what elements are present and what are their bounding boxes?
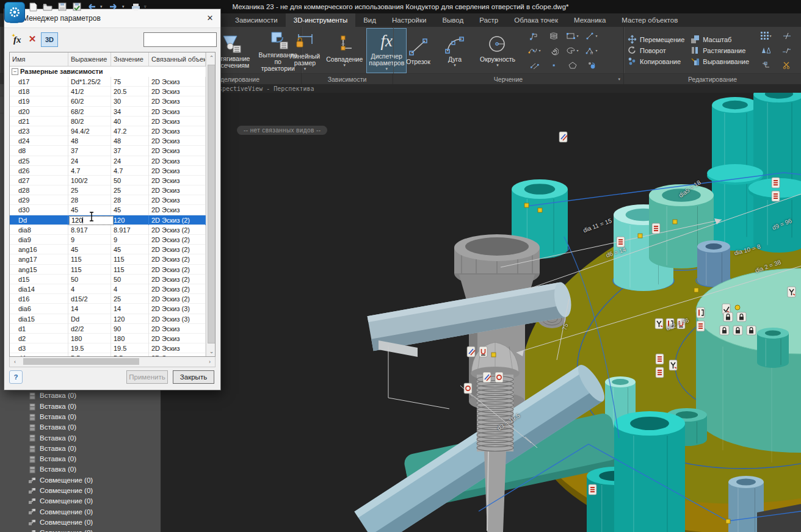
spline-icon[interactable]: ▾ <box>528 46 540 56</box>
constraint-badge-ring[interactable] <box>464 383 472 394</box>
tab-5[interactable]: Зависимости <box>227 13 286 27</box>
tree-item-вставка-0-[interactable]: Вставка (0) <box>0 390 161 401</box>
vertical-scroll-thumb[interactable] <box>208 65 216 343</box>
param-row-d25[interactable]: d2524242D Эскиз <box>10 156 206 166</box>
constraint-badge-y[interactable] <box>669 360 677 370</box>
param-row-d17[interactable]: d17Dd*1.25/2752D Эскиз <box>10 77 206 87</box>
viewport-3d[interactable]: ✕ ✕ FitPerspectiveView - Перспектива -- … <box>161 84 801 532</box>
drawing-group-menu-icon[interactable]: ▾ <box>618 77 620 82</box>
linear-dim-button[interactable]: Линейный размер ▾ <box>288 28 322 73</box>
tab-6[interactable]: 3D-инструменты <box>286 13 355 27</box>
redo-dropdown-icon[interactable]: ▾ <box>122 4 127 9</box>
ellipse-arc-icon[interactable]: ▾ <box>566 46 578 56</box>
align-button[interactable]: Выравнивание <box>690 57 749 66</box>
parameter-search-input[interactable] <box>143 32 217 47</box>
tree-item-совмещение-0-[interactable]: Совмещение (0) <box>0 506 161 517</box>
tree-item-совмещение-0-[interactable]: Совмещение (0) <box>0 485 161 495</box>
constraint-badge-ring[interactable] <box>495 372 503 383</box>
redo-icon[interactable] <box>107 1 120 12</box>
tree-item-совмещение-0-[interactable]: Совмещение (0) <box>0 475 161 485</box>
open-folder-icon[interactable] <box>42 1 54 12</box>
break-line-icon[interactable] <box>782 46 791 55</box>
collapse-group-icon[interactable]: − <box>12 68 18 75</box>
param-row-d27[interactable]: d27100/2502D Эскиз <box>10 176 206 185</box>
param-row-d21[interactable]: d2180/2402D Эскиз <box>10 117 206 126</box>
divide-points-icon[interactable] <box>587 60 596 70</box>
grip-handle[interactable] <box>524 203 529 207</box>
param-row-d8[interactable]: d837372D Эскиз <box>10 146 206 156</box>
scroll-right-icon[interactable]: › <box>205 357 215 366</box>
mirror-icon[interactable] <box>761 46 770 55</box>
param-row-ang17[interactable]: ang171151152D Эскиз (2) <box>10 254 206 264</box>
constraint-badge-lock[interactable] <box>723 312 733 322</box>
stretch-button[interactable]: Растягивание <box>690 46 745 55</box>
tab-8[interactable]: Настройки <box>384 13 434 27</box>
point-icon[interactable] <box>549 60 559 70</box>
tree-item-вставка-0-[interactable]: Вставка (0) <box>0 443 161 453</box>
param-row-ang16[interactable]: ang1645452D Эскиз (2) <box>10 245 206 254</box>
column-header-3[interactable]: Связанный объект <box>149 52 206 66</box>
param-row-d26[interactable]: d264.74.72D Эскиз <box>10 166 206 176</box>
erase-scissors-icon[interactable] <box>782 60 791 70</box>
tree-item-совмещение-0-[interactable]: Совмещение (0) <box>0 496 161 506</box>
param-row-d20[interactable]: d2068/2342D Эскиз <box>10 107 206 117</box>
constraint-badge-par[interactable] <box>559 132 567 142</box>
dialog-close-icon[interactable]: ✕ <box>205 13 216 24</box>
tree-item-вставка-0-[interactable]: Вставка (0) <box>0 411 161 422</box>
param-row-dia15[interactable]: dia15Dd1202D Эскиз (3) <box>10 314 206 324</box>
undo-dropdown-icon[interactable]: ▾ <box>100 4 105 9</box>
param-row-d28[interactable]: d2825252D Эскиз <box>10 185 206 195</box>
column-header-2[interactable]: Значение <box>111 52 149 66</box>
param-row-d3[interactable]: d319.519.52D Эскиз <box>10 343 206 353</box>
constraint-badge-eq[interactable] <box>652 223 660 234</box>
param-row-d16[interactable]: d16d15/2252D Эскиз (2) <box>10 294 206 304</box>
param-row-d15[interactable]: d1550502D Эскиз (2) <box>10 275 206 284</box>
table-header[interactable]: ИмяВыражениеЗначениеСвязанный объект <box>10 52 206 66</box>
parameter-manager-dropdown-icon[interactable]: ▾ <box>385 66 388 71</box>
move-button[interactable]: Перемещение <box>628 35 684 44</box>
polyline-icon[interactable] <box>530 31 540 41</box>
app-logo-gear-icon[interactable] <box>4 2 25 23</box>
array-icon[interactable]: ▾ <box>760 31 772 40</box>
vertical-scrollbar[interactable]: ⌃ ⌄ <box>206 52 216 357</box>
scroll-down-icon[interactable]: ⌄ <box>206 346 216 356</box>
param-row-ang15[interactable]: ang151151152D Эскиз (2) <box>10 265 206 275</box>
spiral-icon[interactable] <box>549 46 559 56</box>
tree-item-вставка-0-[interactable]: Вставка (0) <box>0 454 161 464</box>
tab-13[interactable]: Мастер объектов <box>614 13 686 27</box>
rotate-button[interactable]: Поворот <box>628 46 666 55</box>
tree-item-вставка-0-[interactable]: Вставка (0) <box>0 433 161 443</box>
horizontal-scrollbar[interactable]: ‹ › <box>9 357 216 367</box>
close-button[interactable]: Закрыть <box>173 370 214 384</box>
tab-7[interactable]: Вид <box>355 13 384 27</box>
param-row-d19[interactable]: d1960/2302D Эскиз <box>10 96 206 106</box>
tree-item-совмещение-0-[interactable]: Совмещение (0) <box>0 528 161 532</box>
constraint-badge-eq[interactable] <box>589 484 596 495</box>
constraint-badge-cup[interactable] <box>479 347 487 357</box>
help-button[interactable]: ? <box>9 370 23 384</box>
parallel-lines-icon[interactable] <box>530 60 540 70</box>
constraint-badge-eq[interactable] <box>697 321 705 331</box>
scale-button[interactable]: Масштаб <box>690 35 731 44</box>
param-row-dia8[interactable]: dia88.9178.9172D Эскиз (2) <box>10 225 206 235</box>
param-row-dia14[interactable]: dia14442D Эскиз (2) <box>10 284 206 294</box>
undo-icon[interactable] <box>85 1 98 12</box>
line-button[interactable]: Отрезок <box>398 34 438 67</box>
constraint-badge-par[interactable] <box>483 372 491 383</box>
scroll-up-icon[interactable]: ⌃ <box>206 52 216 63</box>
delete-parameter-icon[interactable]: ✕ <box>26 32 38 46</box>
grip-handle[interactable] <box>491 353 496 357</box>
copy-button[interactable]: Копирование <box>628 57 681 66</box>
grip-handle[interactable] <box>638 234 642 238</box>
linear-dim-dropdown-icon[interactable]: ▾ <box>304 66 306 71</box>
trim-icon[interactable] <box>782 31 791 40</box>
polygon-icon[interactable] <box>568 60 578 70</box>
constraint-badge-eq[interactable] <box>772 178 780 188</box>
angle-n-icon[interactable]: n▾ <box>585 46 597 56</box>
column-header-1[interactable]: Выражение <box>68 52 111 66</box>
param-row-d1[interactable]: d1d2/2902D Эскиз <box>10 324 206 334</box>
coincide-button[interactable]: Совпадение ▾ <box>324 31 365 70</box>
circle-button[interactable]: Окружность ▾ <box>471 31 524 70</box>
hatch-layers-icon[interactable] <box>549 31 559 41</box>
param-row-d23[interactable]: d2394.4/247.22D Эскиз <box>10 126 206 136</box>
